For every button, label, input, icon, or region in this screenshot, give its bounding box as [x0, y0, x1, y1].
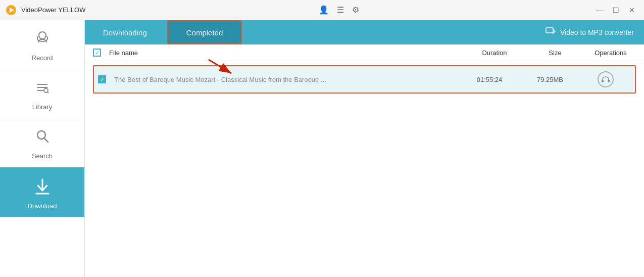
svg-line-9: [44, 138, 48, 142]
header-check[interactable]: ✓: [93, 49, 109, 57]
user-icon[interactable]: 👤: [319, 5, 329, 15]
settings-icon[interactable]: ⚙: [352, 5, 359, 15]
title-bar-controls: — ☐ ✕: [592, 5, 639, 16]
select-all-checkbox[interactable]: ✓: [93, 49, 101, 57]
tab-completed[interactable]: Completed: [167, 20, 242, 44]
title-bar-left: VideoPower YELLOW: [5, 4, 85, 16]
sidebar-item-library[interactable]: Library: [0, 69, 84, 118]
download-icon: [32, 176, 53, 200]
header-size: Size: [525, 49, 585, 57]
table-row: ✓ The Best of Baroque Music Mozart - Cla…: [93, 65, 636, 94]
content-area: Downloading Completed Video to MP3 conve…: [85, 20, 644, 277]
maximize-button[interactable]: ☐: [609, 5, 623, 16]
header-operations: Operations: [585, 49, 636, 57]
sidebar-download-label: Download: [28, 202, 57, 210]
sidebar-search-label: Search: [32, 152, 53, 160]
row-duration: 01:55:24: [459, 76, 520, 83]
converter-icon: [545, 26, 556, 39]
list-icon[interactable]: ☰: [337, 5, 344, 15]
sidebar-item-record[interactable]: Record: [0, 20, 84, 69]
sidebar-item-download[interactable]: Download: [0, 167, 84, 217]
header-duration: Duration: [464, 49, 525, 57]
sidebar-library-label: Library: [32, 103, 53, 111]
sidebar: Record Library: [0, 20, 85, 277]
row-operations: [580, 71, 631, 87]
app-title: VideoPower YELLOW: [21, 6, 85, 14]
svg-line-7: [47, 92, 48, 93]
row-size: 79.25MB: [520, 76, 580, 83]
row-checkbox[interactable]: ✓: [98, 75, 114, 83]
svg-rect-16: [608, 80, 610, 82]
annotation-arrow: [206, 57, 236, 79]
header-filename: File name: [109, 49, 464, 57]
main-layout: Record Library: [0, 20, 644, 277]
table-body: ✓ The Best of Baroque Music Mozart - Cla…: [85, 61, 644, 98]
svg-rect-12: [546, 28, 553, 33]
minimize-button[interactable]: —: [592, 5, 607, 16]
converter-label: Video to MP3 converter: [560, 28, 634, 36]
svg-line-14: [209, 60, 231, 73]
sidebar-item-search[interactable]: Search: [0, 118, 84, 167]
tab-downloading[interactable]: Downloading: [85, 20, 165, 44]
svg-point-2: [39, 32, 46, 39]
row-filename: The Best of Baroque Music Mozart - Class…: [114, 76, 459, 83]
svg-rect-15: [602, 80, 604, 82]
record-icon: [33, 29, 52, 51]
library-icon: [33, 78, 52, 100]
svg-point-8: [37, 131, 45, 139]
headphones-icon[interactable]: [598, 71, 614, 87]
title-bar: VideoPower YELLOW 👤 ☰ ⚙ — ☐ ✕: [0, 0, 644, 20]
table-header: ✓ File name Duration Size Operations: [85, 44, 644, 61]
title-bar-icons: 👤 ☰ ⚙: [319, 5, 359, 15]
app-logo: [5, 4, 17, 16]
search-icon: [33, 127, 52, 149]
sidebar-record-label: Record: [32, 54, 53, 62]
row-check-box[interactable]: ✓: [98, 75, 106, 83]
converter-button[interactable]: Video to MP3 converter: [545, 26, 644, 39]
close-button[interactable]: ✕: [625, 5, 639, 16]
tab-bar: Downloading Completed Video to MP3 conve…: [85, 20, 644, 44]
